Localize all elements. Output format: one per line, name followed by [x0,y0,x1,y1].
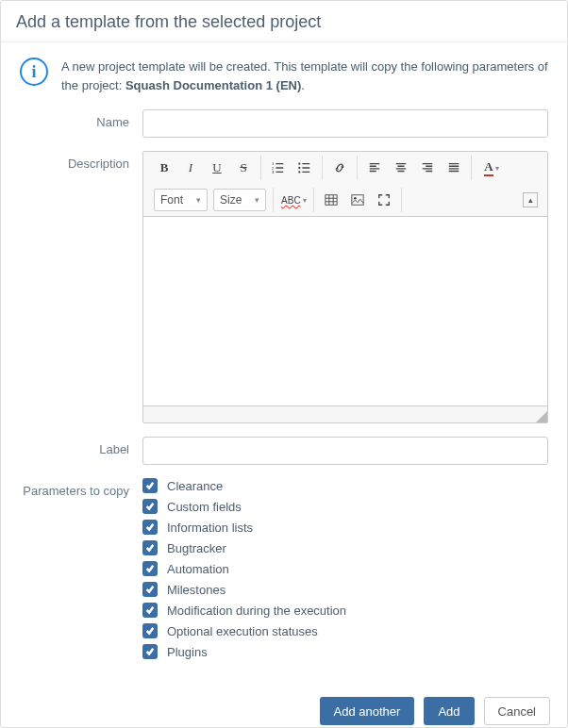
svg-point-3 [298,162,300,164]
text-color-button[interactable]: A▾ [476,157,507,179]
param-checkbox[interactable] [142,644,158,659]
param-item: Bugtracker [142,540,548,555]
link-button[interactable] [327,157,352,179]
dialog-footer: Add another Add Cancel [1,687,567,728]
param-checkbox[interactable] [142,582,158,597]
param-item: Optional execution statuses [142,623,548,638]
param-item: Plugins [142,644,548,659]
svg-rect-7 [352,195,363,206]
svg-point-5 [298,171,300,173]
svg-point-4 [298,167,300,169]
param-label: Bugtracker [167,541,226,555]
dialog-title: Add a template from the selected project [1,1,567,42]
param-item: Modification during the execution [142,603,548,618]
rich-text-editor: B I U S 123 [142,151,548,423]
param-label: Plugins [167,645,208,659]
toolbar-collapse-button[interactable]: ▴ [523,192,538,207]
param-checkbox[interactable] [142,623,158,638]
bold-button[interactable]: B [152,157,176,179]
param-checkbox[interactable] [142,499,158,514]
param-label: Milestones [167,583,226,597]
svg-rect-6 [326,195,337,206]
align-justify-button[interactable] [442,157,466,179]
param-label: Clearance [167,479,223,493]
param-label: Custom fields [167,500,242,514]
param-checkbox[interactable] [142,478,158,493]
param-item: Milestones [142,582,548,597]
dialog-body: i A new project template will be created… [1,42,567,687]
add-another-button[interactable]: Add another [320,697,415,725]
param-checkbox[interactable] [142,540,158,555]
info-suffix: . [301,78,305,92]
cancel-button[interactable]: Cancel [484,697,550,725]
param-checkbox[interactable] [142,561,158,576]
editor-statusbar [143,405,547,422]
param-item: Automation [142,561,548,576]
info-text: A new project template will be created. … [61,58,548,94]
unordered-list-button[interactable] [292,157,317,179]
name-input[interactable] [142,109,548,138]
editor-resize-handle[interactable] [536,411,547,422]
param-item: Custom fields [142,499,548,514]
param-label: Automation [167,562,229,576]
editor-toolbar: B I U S 123 [143,152,547,217]
param-label: Modification during the execution [167,604,346,618]
font-selector[interactable]: Font▾ [154,189,208,211]
label-input[interactable] [142,437,548,465]
param-item: Information lists [142,520,548,535]
italic-button[interactable]: I [178,157,203,179]
table-button[interactable] [319,189,343,211]
parameters-checklist: ClearanceCustom fieldsInformation listsB… [142,478,548,659]
param-label: Optional execution statuses [167,624,318,638]
svg-text:3: 3 [272,170,275,174]
param-checkbox[interactable] [142,603,158,618]
svg-point-8 [354,197,357,200]
param-label: Information lists [167,521,253,535]
align-center-button[interactable] [389,157,413,179]
fullscreen-button[interactable] [372,189,396,211]
label-label: Label [20,437,142,465]
align-right-button[interactable] [415,157,440,179]
spellcheck-button[interactable]: ABC▾ [278,189,309,211]
description-label: Description [20,151,142,423]
align-left-button[interactable] [362,157,387,179]
image-button[interactable] [345,189,370,211]
info-icon: i [20,58,48,86]
param-item: Clearance [142,478,548,493]
ordered-list-button[interactable]: 123 [266,157,291,179]
size-selector[interactable]: Size▾ [213,189,266,211]
info-project-name: Squash Documentation 1 (EN) [125,78,301,92]
name-label: Name [20,109,142,138]
info-row: i A new project template will be created… [20,58,548,94]
params-label: Parameters to copy [20,478,142,659]
add-button[interactable]: Add [424,697,474,725]
strike-button[interactable]: S [231,157,256,179]
underline-button[interactable]: U [205,157,229,179]
editor-content[interactable] [143,217,547,405]
param-checkbox[interactable] [142,520,158,535]
